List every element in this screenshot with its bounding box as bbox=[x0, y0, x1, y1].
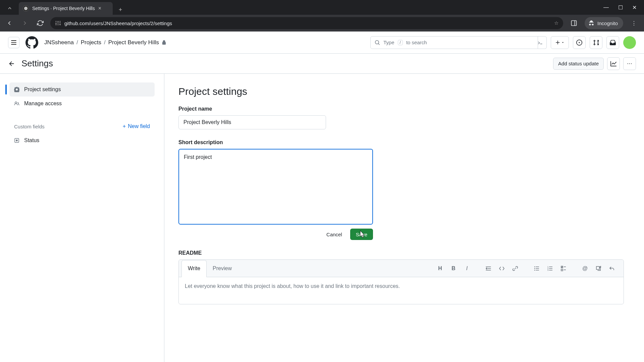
minimize-icon[interactable]: — bbox=[603, 4, 609, 10]
cancel-button[interactable]: Cancel bbox=[322, 229, 347, 240]
sidebar-item-status[interactable]: Status bbox=[9, 133, 155, 147]
quote-icon[interactable] bbox=[483, 263, 494, 274]
user-avatar[interactable] bbox=[623, 36, 636, 49]
task-list-icon[interactable] bbox=[558, 263, 569, 274]
browser-tab[interactable]: Settings · Project Beverly Hills × bbox=[19, 2, 113, 15]
forward-button[interactable] bbox=[19, 18, 30, 28]
sidebar-item-label: Project settings bbox=[24, 86, 61, 93]
incognito-label: Incognito bbox=[597, 20, 618, 26]
github-header: JNSsheena / Projects / Project Beverly H… bbox=[0, 32, 644, 54]
ordered-list-icon[interactable]: 123 bbox=[544, 263, 556, 274]
breadcrumb-project[interactable]: Project Beverly Hills bbox=[108, 39, 159, 46]
bold-icon[interactable]: B bbox=[448, 263, 459, 274]
notifications-button[interactable] bbox=[606, 36, 619, 49]
tab-close-icon[interactable]: × bbox=[98, 5, 101, 11]
short-description-textarea[interactable] bbox=[178, 149, 373, 225]
breadcrumb: JNSsheena / Projects / Project Beverly H… bbox=[44, 39, 166, 46]
search-placeholder-pre: Type bbox=[383, 40, 394, 45]
sidebar-item-label: Manage access bbox=[24, 101, 62, 107]
svg-rect-25 bbox=[549, 270, 552, 270]
tab-search-button[interactable] bbox=[3, 2, 16, 15]
readme-label: README bbox=[178, 250, 624, 256]
github-logo-icon[interactable] bbox=[25, 36, 38, 49]
lock-icon bbox=[162, 40, 166, 45]
tab-title: Settings · Project Beverly Hills bbox=[32, 6, 95, 11]
tab-favicon-icon bbox=[23, 5, 29, 11]
mention-icon[interactable]: @ bbox=[579, 263, 591, 274]
svg-rect-28 bbox=[561, 269, 563, 271]
unordered-list-icon[interactable] bbox=[531, 263, 542, 274]
svg-rect-15 bbox=[536, 266, 539, 267]
svg-rect-17 bbox=[536, 268, 539, 268]
breadcrumb-user[interactable]: JNSsheena bbox=[44, 39, 74, 46]
italic-icon[interactable]: I bbox=[461, 263, 473, 274]
sidebar-item-project-settings[interactable]: Project settings bbox=[9, 82, 155, 97]
readme-textarea[interactable]: Let everyone know what this project is a… bbox=[185, 283, 618, 289]
url-text: github.com/users/JNSsheena/projects/2/se… bbox=[64, 20, 172, 26]
project-name-label: Project name bbox=[178, 106, 624, 112]
svg-rect-21 bbox=[549, 266, 552, 267]
save-button[interactable]: Save bbox=[350, 229, 373, 240]
svg-rect-23 bbox=[549, 268, 552, 268]
new-field-button[interactable]: + New field bbox=[123, 123, 150, 129]
svg-rect-30 bbox=[596, 266, 599, 269]
site-settings-icon[interactable] bbox=[55, 20, 61, 26]
reload-button[interactable] bbox=[35, 18, 46, 28]
settings-content: Project settings Project name Short desc… bbox=[164, 74, 644, 362]
heading-icon[interactable]: H bbox=[434, 263, 446, 274]
project-name-input[interactable] bbox=[178, 115, 326, 129]
browser-toolbar: github.com/users/JNSsheena/projects/2/se… bbox=[0, 15, 644, 32]
content-heading: Project settings bbox=[178, 86, 624, 97]
create-new-button[interactable] bbox=[551, 36, 569, 49]
bookmark-star-icon[interactable]: ☆ bbox=[554, 20, 558, 26]
settings-subheader: Settings Add status update ⋯ bbox=[0, 54, 644, 74]
single-select-icon bbox=[14, 138, 20, 143]
chrome-menu-icon[interactable]: ⋮ bbox=[628, 17, 640, 29]
code-icon[interactable] bbox=[496, 263, 507, 274]
incognito-icon bbox=[588, 20, 595, 26]
svg-point-18 bbox=[534, 269, 535, 270]
address-bar[interactable]: github.com/users/JNSsheena/projects/2/se… bbox=[50, 17, 563, 29]
svg-point-16 bbox=[534, 268, 535, 268]
side-panel-icon[interactable] bbox=[568, 17, 580, 29]
command-palette-button[interactable] bbox=[534, 36, 547, 49]
tab-preview[interactable]: Preview bbox=[207, 260, 238, 277]
sidebar-item-manage-access[interactable]: Manage access bbox=[9, 97, 155, 111]
hamburger-menu[interactable] bbox=[8, 37, 19, 48]
custom-fields-heading: Custom fields bbox=[14, 124, 45, 129]
window-controls: — ☐ ✕ bbox=[603, 0, 641, 15]
search-key: / bbox=[398, 40, 403, 45]
page-title: Settings bbox=[21, 58, 53, 69]
close-window-icon[interactable]: ✕ bbox=[632, 4, 637, 11]
svg-point-13 bbox=[16, 140, 17, 141]
more-options-icon[interactable]: ⋯ bbox=[623, 57, 636, 70]
pull-requests-button[interactable] bbox=[590, 36, 602, 49]
sidebar-item-label: Status bbox=[24, 137, 39, 143]
svg-point-14 bbox=[534, 266, 535, 267]
settings-sidebar: Project settings Manage access Custom fi… bbox=[0, 74, 164, 362]
svg-text:3: 3 bbox=[547, 269, 549, 271]
tab-write[interactable]: Write bbox=[181, 260, 207, 277]
gear-icon bbox=[14, 87, 20, 92]
reply-icon[interactable] bbox=[606, 263, 618, 274]
add-status-button[interactable]: Add status update bbox=[553, 58, 604, 70]
readme-editor: Write Preview H B I bbox=[178, 259, 624, 304]
back-arrow-icon[interactable] bbox=[8, 60, 15, 67]
issues-button[interactable] bbox=[573, 36, 586, 49]
maximize-icon[interactable]: ☐ bbox=[618, 4, 623, 11]
search-input[interactable]: Type / to search bbox=[370, 36, 538, 49]
browser-tab-strip: Settings · Project Beverly Hills × + — ☐… bbox=[0, 0, 644, 15]
plus-icon: + bbox=[123, 123, 126, 129]
search-placeholder-post: to search bbox=[406, 40, 427, 45]
back-button[interactable] bbox=[4, 18, 15, 28]
svg-rect-10 bbox=[572, 21, 577, 26]
short-description-label: Short description bbox=[178, 139, 624, 145]
insights-icon[interactable] bbox=[607, 57, 620, 70]
main-content: Project settings Manage access Custom fi… bbox=[0, 74, 644, 362]
svg-rect-19 bbox=[536, 270, 539, 270]
link-icon[interactable] bbox=[509, 263, 521, 274]
cross-reference-icon[interactable] bbox=[593, 263, 604, 274]
breadcrumb-projects[interactable]: Projects bbox=[81, 39, 101, 46]
new-tab-button[interactable]: + bbox=[115, 5, 125, 15]
incognito-badge[interactable]: Incognito bbox=[585, 17, 623, 29]
